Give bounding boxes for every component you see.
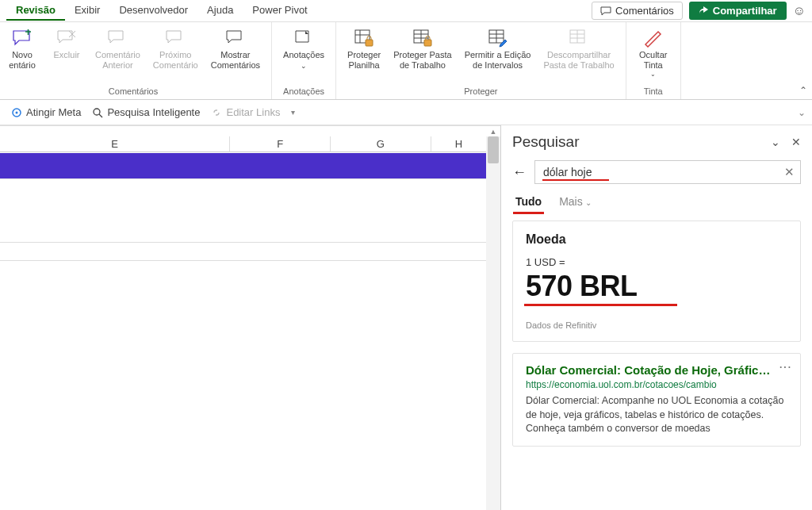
tab-tudo[interactable]: Tudo <box>515 195 542 213</box>
clear-icon[interactable]: ✕ <box>784 165 795 179</box>
svg-point-19 <box>94 109 100 115</box>
result-url[interactable]: https://economia.uol.com.br/cotacoes/cam… <box>526 379 787 390</box>
col-header-f[interactable]: F <box>230 136 331 152</box>
search-pane: Pesquisar ⌄ ✕ ← ✕ Tudo Mais⌄ Moeda 1 USD… <box>500 125 812 510</box>
group-proteger-label: Proteger <box>343 85 619 99</box>
unshare-icon <box>568 28 590 48</box>
scrollbar-thumb[interactable] <box>488 136 499 163</box>
delete-comment-button: Excluir <box>46 25 87 63</box>
ribbon-tabs: Revisão Exibir Desenvolvedor Ajuda Power… <box>6 1 317 21</box>
grid-line <box>0 178 486 179</box>
grid-row[interactable] <box>0 242 486 261</box>
quick-access-bar: Atingir Meta Pesquisa Inteligente Editar… <box>0 100 812 125</box>
currency-card-title: Moeda <box>526 232 787 247</box>
comments-label: Comentários <box>615 5 674 17</box>
share-button[interactable]: Compartilhar <box>689 2 787 20</box>
hide-ink-icon <box>642 28 665 48</box>
group-anotacoes-label: Anotações <box>278 85 329 99</box>
edit-links-button: Editar Links <box>211 106 280 118</box>
more-icon[interactable]: ··· <box>779 362 792 373</box>
annotations-icon <box>293 28 315 48</box>
collapse-quickbar-icon[interactable]: ⌄ <box>798 107 806 118</box>
chevron-down-icon: ⌄ <box>301 62 307 71</box>
tab-mais[interactable]: Mais⌄ <box>559 195 592 213</box>
allow-edit-icon <box>487 28 509 48</box>
currency-equals: 1 USD = <box>526 256 787 268</box>
quickbar-dropdown-icon[interactable]: ▾ <box>291 108 295 117</box>
close-icon[interactable]: ✕ <box>791 136 801 148</box>
search-pane-title: Pesquisar <box>512 133 580 151</box>
goal-seek-button[interactable]: Atingir Meta <box>11 106 81 118</box>
vertical-scrollbar[interactable]: ▲ <box>486 136 500 510</box>
group-comentarios-label: Comentários <box>2 85 265 99</box>
chevron-down-icon[interactable]: ⌄ <box>771 136 780 148</box>
spreadsheet-area[interactable]: E F G H ▲ <box>0 125 500 510</box>
chevron-down-icon: ⌄ <box>585 198 592 207</box>
new-comment-button[interactable]: Novo entário <box>2 25 43 74</box>
show-comments-button[interactable]: Mostrar Comentários <box>206 25 265 74</box>
currency-card: Moeda 1 USD = 570 BRL Dados de Refinitiv <box>512 220 801 342</box>
collapse-ribbon-icon[interactable]: ⌃ <box>799 85 807 96</box>
allow-edit-ranges-button[interactable]: Permitir a Edição de Intervalos <box>460 25 536 74</box>
smart-lookup-button[interactable]: Pesquisa Inteligente <box>92 106 200 118</box>
svg-line-20 <box>99 114 102 117</box>
prev-comment-icon <box>106 28 128 48</box>
chevron-down-icon: ⌄ <box>650 71 656 79</box>
tab-revisao[interactable]: Revisão <box>6 1 65 21</box>
svg-point-18 <box>16 111 18 113</box>
annotations-button[interactable]: Anotações ⌄ <box>278 25 329 74</box>
next-comment-icon <box>164 28 186 48</box>
tab-powerpivot[interactable]: Power Pivot <box>243 1 316 21</box>
new-comment-icon <box>11 28 33 48</box>
search-result[interactable]: ··· Dólar Comercial: Cotação de Hoje, Gr… <box>512 353 801 447</box>
col-header-e[interactable]: E <box>0 136 230 152</box>
annotation-underline <box>524 304 677 306</box>
prev-comment-button: Comentário Anterior <box>90 25 145 74</box>
col-header-g[interactable]: G <box>331 136 431 152</box>
tab-desenvolvedor[interactable]: Desenvolvedor <box>109 1 197 21</box>
svg-rect-3 <box>366 40 373 46</box>
protect-workbook-button[interactable]: Proteger Pasta de Trabalho <box>389 25 456 74</box>
unshare-workbook-button: Descompartilhar Pasta de Trabalho <box>538 25 619 74</box>
currency-source: Dados de Refinitiv <box>526 320 787 330</box>
show-comments-icon <box>224 28 247 48</box>
protect-sheet-button[interactable]: Proteger Planilha <box>343 25 385 74</box>
back-icon[interactable]: ← <box>512 164 527 181</box>
column-headers: E F G H <box>0 136 486 152</box>
annotation-underline <box>542 179 609 181</box>
tab-exibir[interactable]: Exibir <box>65 1 110 21</box>
result-description: Dólar Comercial: Acompanhe no UOL Econom… <box>526 394 787 436</box>
highlighted-row[interactable] <box>0 153 486 178</box>
tab-ajuda[interactable]: Ajuda <box>197 1 243 21</box>
svg-rect-8 <box>424 40 431 46</box>
group-tinta-label: Tinta <box>633 85 674 99</box>
protect-workbook-icon <box>412 28 434 48</box>
hide-ink-button[interactable]: Ocultar Tinta ⌄ <box>633 25 674 82</box>
ribbon: Novo entário Excluir Comentário Anterior… <box>0 22 812 100</box>
next-comment-button: Próximo Comentário <box>148 25 203 74</box>
currency-rate: 570 BRL <box>526 270 638 303</box>
col-header-h[interactable]: H <box>431 136 486 152</box>
protect-sheet-icon <box>353 28 375 48</box>
share-label: Compartilhar <box>713 5 777 17</box>
comments-button[interactable]: Comentários <box>592 2 683 20</box>
feedback-icon[interactable]: ☺ <box>793 4 806 18</box>
delete-comment-icon <box>56 28 78 48</box>
scroll-up-icon[interactable]: ▲ <box>486 127 500 136</box>
result-title[interactable]: Dólar Comercial: Cotação de Hoje, Gráfic… <box>526 363 787 377</box>
